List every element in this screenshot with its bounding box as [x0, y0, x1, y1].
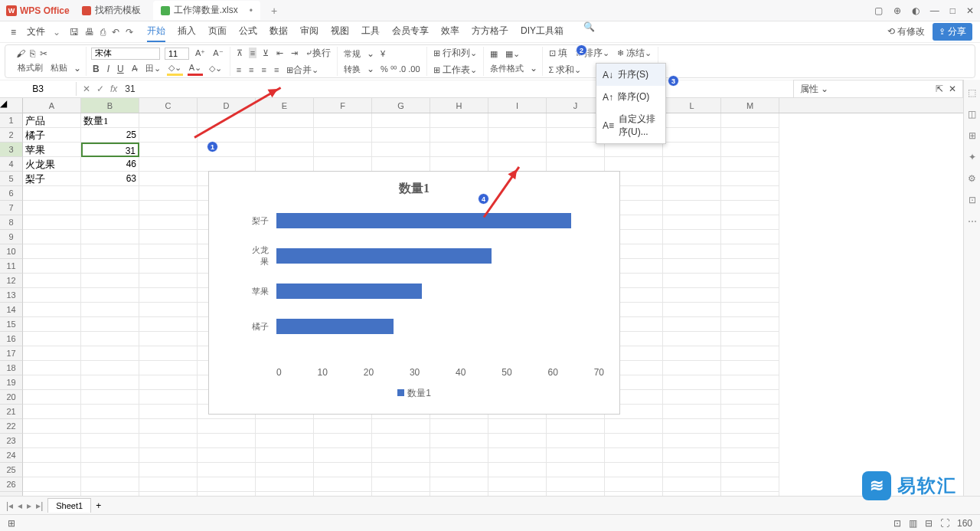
cell[interactable]: [314, 448, 372, 463]
wrap-button[interactable]: ⤶换行: [304, 46, 332, 61]
cell[interactable]: [139, 390, 198, 405]
cell[interactable]: [721, 244, 779, 259]
tab-templates[interactable]: 找稻壳模板: [74, 1, 149, 20]
cell[interactable]: [23, 201, 81, 215]
menu-tab-page[interactable]: 页面: [208, 21, 227, 42]
cell[interactable]: [139, 230, 198, 244]
cell[interactable]: [663, 244, 721, 259]
decrease-font-icon[interactable]: A⁻: [211, 48, 224, 59]
cell[interactable]: [23, 244, 81, 259]
sheet-next-icon[interactable]: ▸: [27, 500, 31, 511]
cell[interactable]: [81, 346, 139, 361]
cell[interactable]: [314, 113, 372, 128]
view-break-icon[interactable]: ⊟: [925, 518, 933, 529]
row-header[interactable]: 22: [0, 419, 23, 434]
redo-icon[interactable]: ↷: [126, 27, 133, 38]
fill-button[interactable]: ⊡ 填: [547, 46, 569, 61]
menu-tab-tools[interactable]: 工具: [361, 21, 380, 42]
cell[interactable]: [721, 346, 779, 361]
row-header[interactable]: 15: [0, 317, 23, 332]
cell[interactable]: [139, 463, 198, 477]
cell[interactable]: [721, 215, 779, 230]
row-header[interactable]: 25: [0, 463, 23, 477]
cell[interactable]: [81, 434, 139, 448]
cell[interactable]: [430, 434, 488, 448]
share-button[interactable]: ⇪ 分享: [933, 23, 972, 41]
row-header[interactable]: 18: [0, 361, 23, 375]
cell[interactable]: [372, 434, 430, 448]
cell[interactable]: [81, 303, 139, 317]
cell[interactable]: [605, 419, 663, 434]
cell[interactable]: [547, 463, 605, 477]
format-general[interactable]: 常规: [342, 48, 362, 61]
cell[interactable]: [721, 201, 779, 215]
cell[interactable]: [372, 157, 430, 172]
cell[interactable]: [721, 317, 779, 332]
freeze-button[interactable]: ❄ 冻结⌄: [616, 46, 653, 61]
row-header[interactable]: 3: [0, 143, 23, 157]
sheet-add-icon[interactable]: +: [96, 500, 101, 511]
menu-tab-data[interactable]: 数据: [270, 21, 288, 42]
cell[interactable]: [139, 303, 198, 317]
cell[interactable]: [198, 463, 256, 477]
cell[interactable]: [721, 143, 779, 157]
cell[interactable]: 25: [81, 128, 139, 143]
cell[interactable]: [81, 477, 139, 492]
cell[interactable]: [721, 274, 779, 288]
cell[interactable]: [81, 375, 139, 390]
cell[interactable]: [663, 361, 721, 375]
row-header[interactable]: 9: [0, 230, 23, 244]
cell[interactable]: [81, 405, 139, 419]
cond-format-icon[interactable]: ▦: [488, 48, 499, 60]
row-header[interactable]: 2: [0, 128, 23, 143]
cell[interactable]: 46: [81, 157, 139, 172]
cell[interactable]: [198, 434, 256, 448]
fill-color-icon[interactable]: ◇⌄: [167, 62, 183, 76]
row-header[interactable]: 26: [0, 477, 23, 492]
minimize-icon[interactable]: —: [930, 5, 939, 16]
cell[interactable]: [81, 201, 139, 215]
cell[interactable]: [139, 405, 198, 419]
menu-file[interactable]: 文件: [24, 25, 48, 38]
name-box[interactable]: B3: [0, 82, 77, 96]
align-bottom-icon[interactable]: ⊻: [261, 48, 270, 59]
col-header-b[interactable]: B: [81, 98, 139, 113]
menu-tab-diy[interactable]: DIY工具箱: [521, 21, 564, 42]
row-header[interactable]: 17: [0, 346, 23, 361]
cell[interactable]: [139, 259, 198, 274]
increase-font-icon[interactable]: A⁺: [194, 48, 207, 59]
cell[interactable]: [605, 463, 663, 477]
formula-input[interactable]: [123, 82, 276, 96]
cell[interactable]: [663, 477, 721, 492]
cell[interactable]: [430, 463, 488, 477]
cell[interactable]: [81, 230, 139, 244]
cell[interactable]: [139, 128, 198, 143]
cell[interactable]: [23, 303, 81, 317]
cell[interactable]: [23, 419, 81, 434]
cell[interactable]: [256, 448, 314, 463]
cell[interactable]: [139, 361, 198, 375]
cell[interactable]: [139, 113, 198, 128]
prop-pin-icon[interactable]: ⇱: [936, 84, 943, 94]
cell[interactable]: [198, 448, 256, 463]
cell[interactable]: [198, 419, 256, 434]
cell[interactable]: [663, 317, 721, 332]
clear-format-icon[interactable]: ◇⌄: [207, 63, 224, 74]
underline-icon[interactable]: U: [116, 63, 126, 75]
row-header[interactable]: 24: [0, 448, 23, 463]
view-normal-icon[interactable]: ⊡: [893, 518, 901, 529]
cell[interactable]: [372, 463, 430, 477]
cell[interactable]: [605, 477, 663, 492]
panel-select-icon[interactable]: ⬚: [968, 87, 976, 98]
cell[interactable]: [721, 419, 779, 434]
row-header[interactable]: 23: [0, 434, 23, 448]
cell[interactable]: [81, 244, 139, 259]
font-size-select[interactable]: [165, 48, 189, 60]
cell[interactable]: [256, 157, 314, 172]
cell[interactable]: [139, 215, 198, 230]
cell[interactable]: [430, 419, 488, 434]
row-header[interactable]: 1: [0, 113, 23, 128]
cell[interactable]: [547, 419, 605, 434]
cell[interactable]: [23, 332, 81, 346]
row-header[interactable]: 19: [0, 375, 23, 390]
